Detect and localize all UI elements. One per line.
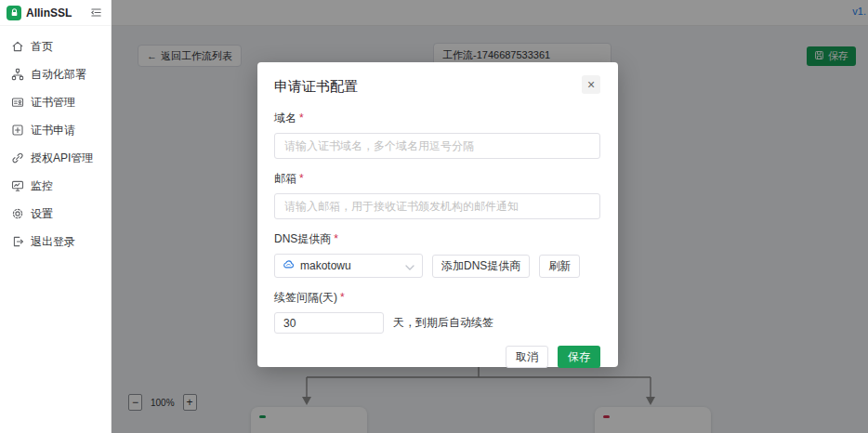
renew-interval-input[interactable] bbox=[274, 312, 384, 334]
cert-apply-icon bbox=[11, 124, 24, 137]
cancel-button[interactable]: 取消 bbox=[506, 346, 548, 368]
app-logo-lock-icon bbox=[7, 6, 21, 20]
apply-cert-config-modal: 申请证书配置 × 域名* 邮箱* DNS提供商* makotowu bbox=[257, 62, 618, 367]
sidebar-item-label: 授权API管理 bbox=[31, 151, 93, 166]
domain-field: 域名* bbox=[274, 111, 600, 159]
cloud-icon bbox=[283, 257, 295, 274]
email-label: 邮箱* bbox=[274, 171, 600, 187]
domain-label: 域名* bbox=[274, 111, 600, 126]
home-icon bbox=[11, 40, 24, 53]
cert-manage-icon bbox=[11, 96, 24, 109]
sidebar-item-label: 退出登录 bbox=[31, 234, 75, 250]
renew-interval-label: 续签间隔(天)* bbox=[274, 290, 600, 306]
sidebar-item-cert-manage[interactable]: 证书管理 bbox=[0, 88, 111, 116]
renew-interval-row: 天，到期后自动续签 bbox=[274, 312, 600, 334]
sidebar-item-monitor[interactable]: 监控 bbox=[0, 172, 111, 200]
renew-label-text: 续签间隔(天) bbox=[274, 291, 337, 304]
dns-provider-field: DNS提供商* makotowu 添加DNS提供商 刷新 bbox=[274, 231, 600, 278]
renew-interval-hint: 天，到期后自动续签 bbox=[393, 315, 493, 331]
email-field: 邮箱* bbox=[274, 171, 600, 219]
sidebar-item-auto-deploy[interactable]: 自动化部署 bbox=[0, 60, 111, 88]
modal-header: 申请证书配置 × bbox=[274, 75, 600, 96]
sidebar-item-label: 设置 bbox=[31, 206, 53, 222]
dns-provider-select[interactable]: makotowu bbox=[274, 254, 423, 278]
sidebar-item-label: 首页 bbox=[31, 39, 53, 55]
close-icon[interactable]: × bbox=[582, 75, 600, 94]
app-window: AllinSSL 首页 自动化部署 证书管理 证书申请 bbox=[0, 0, 868, 433]
logout-icon bbox=[11, 235, 24, 248]
email-input[interactable] bbox=[274, 193, 600, 219]
dns-provider-row: makotowu 添加DNS提供商 刷新 bbox=[274, 254, 600, 278]
required-mark: * bbox=[334, 232, 338, 245]
app-title: AllinSSL bbox=[26, 7, 84, 20]
sidebar-item-cert-apply[interactable]: 证书申请 bbox=[0, 116, 111, 144]
dns-provider-label: DNS提供商* bbox=[274, 231, 600, 247]
sidebar-nav: 首页 自动化部署 证书管理 证书申请 授权API管理 监控 bbox=[0, 26, 111, 256]
sidebar-item-settings[interactable]: 设置 bbox=[0, 200, 111, 228]
required-mark: * bbox=[299, 172, 304, 185]
sidebar-item-home[interactable]: 首页 bbox=[0, 33, 111, 60]
sidebar-item-label: 证书申请 bbox=[31, 123, 75, 138]
dns-label-text: DNS提供商 bbox=[274, 232, 331, 245]
api-icon bbox=[11, 151, 24, 164]
dns-selected-value: makotowu bbox=[300, 259, 400, 272]
settings-icon bbox=[11, 207, 24, 220]
add-dns-provider-button[interactable]: 添加DNS提供商 bbox=[432, 255, 530, 278]
modal-title: 申请证书配置 bbox=[274, 75, 358, 96]
sidebar-item-api-manage[interactable]: 授权API管理 bbox=[0, 144, 111, 172]
email-label-text: 邮箱 bbox=[274, 172, 296, 185]
monitor-icon bbox=[11, 179, 24, 192]
required-mark: * bbox=[340, 291, 345, 304]
sidebar-collapse-icon[interactable] bbox=[88, 6, 103, 20]
sidebar: AllinSSL 首页 自动化部署 证书管理 证书申请 bbox=[0, 0, 112, 433]
renew-interval-field: 续签间隔(天)* 天，到期后自动续签 bbox=[274, 290, 600, 334]
sidebar-item-label: 自动化部署 bbox=[31, 67, 86, 83]
sidebar-header: AllinSSL bbox=[0, 0, 111, 26]
sidebar-item-logout[interactable]: 退出登录 bbox=[0, 228, 111, 256]
sidebar-item-label: 证书管理 bbox=[31, 95, 75, 111]
domain-label-text: 域名 bbox=[274, 112, 296, 125]
modal-footer: 取消 保存 bbox=[274, 346, 600, 368]
domain-input[interactable] bbox=[274, 133, 600, 159]
save-button[interactable]: 保存 bbox=[558, 346, 600, 368]
required-mark: * bbox=[299, 112, 304, 125]
chevron-down-icon bbox=[405, 257, 414, 274]
sidebar-item-label: 监控 bbox=[31, 178, 53, 194]
deploy-icon bbox=[11, 68, 24, 81]
refresh-dns-button[interactable]: 刷新 bbox=[539, 255, 580, 278]
